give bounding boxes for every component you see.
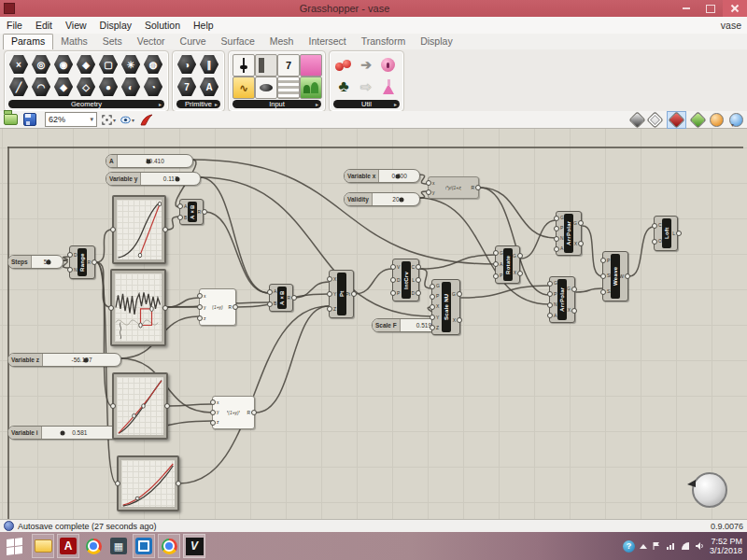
gradient-icon[interactable] — [255, 77, 277, 99]
adobe-reader-icon[interactable] — [57, 534, 79, 558]
circle-param-icon[interactable]: ◎ — [31, 54, 51, 75]
restore-button[interactable] — [698, 0, 723, 17]
port-z[interactable] — [430, 325, 435, 330]
boolean-param-icon[interactable]: ◑ — [176, 54, 197, 75]
port-d[interactable] — [390, 277, 396, 283]
tab-mesh[interactable]: Mesh — [262, 35, 302, 49]
port-r[interactable] — [475, 185, 481, 190]
port-r[interactable] — [233, 304, 238, 310]
gm-port-in[interactable] — [108, 305, 114, 311]
save-file-icon[interactable] — [22, 113, 36, 126]
component-interpolate-curve[interactable]: VDPIntCrvCLD — [392, 259, 419, 301]
tray-expand-icon[interactable] — [640, 544, 647, 549]
number-param-icon[interactable]: 7 — [176, 77, 197, 97]
menu-help[interactable]: Help — [187, 17, 220, 34]
port-x[interactable] — [210, 399, 216, 405]
chrome-icon-2[interactable] — [158, 534, 180, 558]
port-d[interactable] — [67, 252, 73, 258]
data-recorder-icon[interactable] — [378, 54, 399, 75]
port-r[interactable] — [291, 295, 297, 301]
port-n[interactable] — [554, 236, 559, 242]
slider-track[interactable]: 20 — [373, 193, 419, 205]
minimize-button[interactable] — [674, 0, 698, 17]
tab-surface[interactable]: Surface — [214, 35, 262, 49]
active-app-icon[interactable] — [183, 534, 205, 558]
port-r[interactable] — [202, 209, 207, 215]
line-param-icon[interactable]: ╱ — [8, 77, 29, 97]
port-x[interactable] — [197, 293, 203, 299]
slider-validity[interactable]: Validity20 — [344, 192, 420, 206]
port-y[interactable] — [430, 315, 435, 320]
slider-track[interactable]: 50 — [32, 256, 63, 268]
slider-knob[interactable] — [83, 357, 88, 362]
port-g[interactable] — [554, 216, 559, 221]
graph-mapper-4[interactable] — [117, 455, 179, 511]
slider-track[interactable]: 0.581 — [42, 427, 118, 439]
chrome-icon[interactable] — [82, 534, 105, 558]
node-expression-1[interactable]: xyzx*(1+y)*zR — [199, 288, 236, 326]
galapagos-icon[interactable]: ♣ — [333, 77, 354, 97]
component-array-polar-2[interactable]: GPNAArrPolarGX — [549, 276, 575, 323]
colour-swatch-icon[interactable] — [300, 54, 322, 77]
port-l[interactable] — [416, 277, 421, 283]
group-label-primitive[interactable]: Primitive — [176, 100, 220, 108]
flame-redraw-icon[interactable] — [139, 113, 153, 126]
port-pt[interactable] — [351, 291, 357, 297]
port-c[interactable] — [652, 223, 657, 229]
group-label-util[interactable]: Util — [333, 100, 400, 108]
slider-track[interactable]: 0.117 — [141, 173, 200, 185]
component-multiply-2[interactable]: ABA×BR — [269, 284, 293, 312]
menu-file[interactable]: File — [0, 17, 29, 34]
preview-blue-ball-icon[interactable] — [729, 113, 743, 127]
zoom-level-select[interactable]: 62% — [45, 112, 97, 127]
plane-param-icon[interactable]: ◈ — [76, 54, 96, 75]
port-z[interactable] — [197, 315, 203, 321]
start-button[interactable] — [0, 532, 28, 560]
preview-orange-ball-icon[interactable] — [710, 113, 724, 127]
gm-port-out[interactable] — [162, 227, 168, 232]
port-b[interactable] — [177, 215, 183, 220]
port-n[interactable] — [547, 302, 553, 308]
tab-transform[interactable]: Transform — [354, 35, 413, 49]
gm-port-in[interactable] — [110, 227, 116, 232]
port-y[interactable] — [197, 304, 203, 310]
component-multiply-1[interactable]: ABA×BR — [179, 199, 204, 225]
port-x[interactable] — [578, 241, 584, 246]
port-p[interactable] — [554, 226, 559, 231]
tab-curve[interactable]: Curve — [173, 35, 214, 49]
tab-maths[interactable]: Maths — [53, 35, 95, 49]
port-w[interactable] — [625, 273, 630, 279]
slider-knob[interactable] — [47, 259, 51, 264]
mesh-param-icon[interactable]: ✳ — [120, 54, 141, 75]
slider-track[interactable]: 0.400 — [379, 170, 419, 182]
tab-params[interactable]: Params — [3, 34, 53, 50]
port-p[interactable] — [430, 294, 435, 300]
port-c[interactable] — [416, 264, 421, 270]
display-selected-mode[interactable] — [667, 111, 686, 129]
port-s1[interactable] — [600, 289, 606, 295]
port-x[interactable] — [426, 180, 431, 186]
component-range[interactable]: DNRangeR — [69, 245, 95, 279]
port-p[interactable] — [547, 291, 553, 297]
port-g[interactable] — [517, 253, 523, 259]
port-x[interactable] — [430, 304, 435, 310]
volume-icon[interactable] — [695, 541, 705, 551]
group-label-geometry[interactable]: Geometry — [8, 100, 164, 108]
port-a[interactable] — [493, 261, 499, 267]
port-v[interactable] — [390, 264, 396, 270]
port-p[interactable] — [600, 258, 606, 263]
slider-knob[interactable] — [399, 197, 403, 202]
slider-steps[interactable]: Steps50 — [7, 255, 63, 269]
slider-knob[interactable] — [176, 176, 180, 181]
port-g[interactable] — [547, 281, 553, 287]
help-icon[interactable]: ? — [623, 540, 635, 553]
component-array-polar-1[interactable]: GPNAArrPolarGX — [556, 211, 582, 256]
slider-variable-z[interactable]: Variable z-56.107 — [7, 353, 121, 367]
port-g[interactable] — [430, 284, 435, 289]
curve-param-icon[interactable]: ◉ — [53, 54, 74, 75]
graph-mapper-3[interactable] — [112, 372, 168, 440]
port-y[interactable] — [327, 291, 332, 297]
geometry-param-icon[interactable]: ◍ — [143, 54, 163, 75]
panel-icon[interactable] — [255, 54, 277, 77]
port-x[interactable] — [327, 276, 332, 282]
